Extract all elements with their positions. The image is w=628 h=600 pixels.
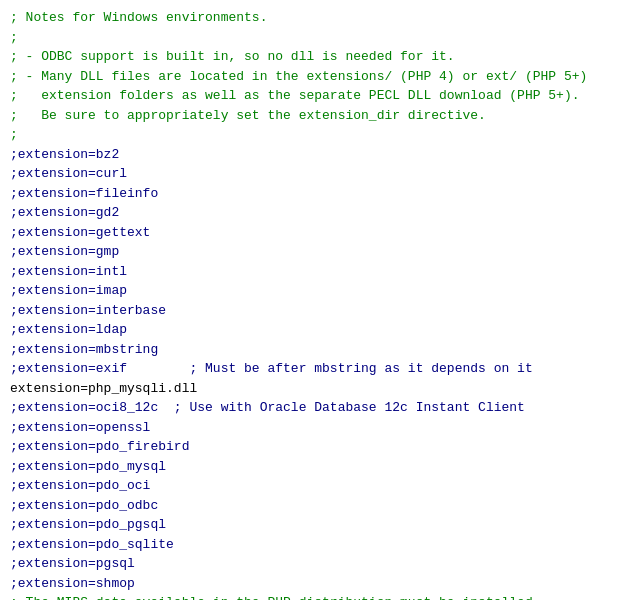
code-line: ;extension=fileinfo bbox=[10, 184, 618, 204]
code-line: ;extension=gd2 bbox=[10, 203, 618, 223]
code-line: ;extension=pdo_odbc bbox=[10, 496, 618, 516]
code-line: extension=php_mysqli.dll bbox=[10, 379, 618, 399]
code-line: ;extension=shmop bbox=[10, 574, 618, 594]
code-line: ; - Many DLL files are located in the ex… bbox=[10, 67, 618, 87]
code-line: ;extension=mbstring bbox=[10, 340, 618, 360]
code-line: ;extension=curl bbox=[10, 164, 618, 184]
code-line: ;extension=gmp bbox=[10, 242, 618, 262]
code-line: ;extension=gettext bbox=[10, 223, 618, 243]
code-line: ;extension=pdo_sqlite bbox=[10, 535, 618, 555]
code-line: ;extension=bz2 bbox=[10, 145, 618, 165]
code-line: ;extension=ldap bbox=[10, 320, 618, 340]
code-line: ;extension=exif ; Must be after mbstring… bbox=[10, 359, 618, 379]
code-line: ;extension=pdo_mysql bbox=[10, 457, 618, 477]
code-content: ; Notes for Windows environments.;; - OD… bbox=[10, 8, 618, 600]
code-line: ;extension=openssl bbox=[10, 418, 618, 438]
code-line: ;extension=interbase bbox=[10, 301, 618, 321]
code-line: ; extension folders as well as the separ… bbox=[10, 86, 618, 106]
code-line: ; The MIBS data available in the PHP dis… bbox=[10, 593, 618, 600]
code-line: ; Be sure to appropriately set the exten… bbox=[10, 106, 618, 126]
code-line: ;extension=pdo_oci bbox=[10, 476, 618, 496]
code-line: ;extension=oci8_12c ; Use with Oracle Da… bbox=[10, 398, 618, 418]
code-line: ; bbox=[10, 125, 618, 145]
code-line: ;extension=imap bbox=[10, 281, 618, 301]
code-line: ; bbox=[10, 28, 618, 48]
code-line: ; Notes for Windows environments. bbox=[10, 8, 618, 28]
code-line: ; - ODBC support is built in, so no dll … bbox=[10, 47, 618, 67]
code-line: ;extension=pgsql bbox=[10, 554, 618, 574]
code-line: ;extension=pdo_firebird bbox=[10, 437, 618, 457]
code-line: ;extension=pdo_pgsql bbox=[10, 515, 618, 535]
code-line: ;extension=intl bbox=[10, 262, 618, 282]
